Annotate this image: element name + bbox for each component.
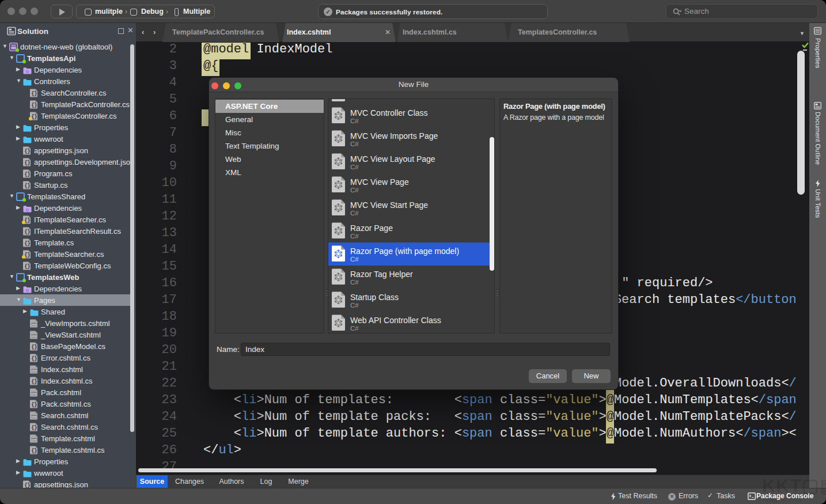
svg-text:{}: {} bbox=[31, 355, 37, 362]
svg-text:{}: {} bbox=[31, 425, 37, 431]
svg-text:css: css bbox=[32, 334, 37, 338]
svg-text:{}: {} bbox=[24, 240, 30, 247]
svg-text:{}: {} bbox=[31, 344, 37, 350]
svg-text:css: css bbox=[32, 415, 37, 418]
svg-text:{}: {} bbox=[31, 401, 37, 408]
svg-text:{}: {} bbox=[31, 90, 37, 97]
svg-text:{}: {} bbox=[24, 160, 30, 166]
svg-text:{}: {} bbox=[31, 378, 37, 385]
svg-text:css: css bbox=[32, 323, 37, 326]
svg-text:{}: {} bbox=[24, 171, 30, 177]
svg-text:css: css bbox=[32, 438, 37, 441]
svg-text:{}: {} bbox=[31, 113, 37, 120]
svg-text:{}: {} bbox=[24, 148, 30, 154]
svg-text:{}: {} bbox=[24, 183, 30, 189]
svg-text:css: css bbox=[32, 369, 37, 372]
svg-text:{}: {} bbox=[31, 448, 37, 454]
svg-text:{}: {} bbox=[24, 263, 30, 270]
svg-text:{}: {} bbox=[24, 229, 30, 235]
svg-text:css: css bbox=[32, 392, 37, 395]
svg-text:{}: {} bbox=[24, 217, 30, 223]
svg-text:{}: {} bbox=[31, 102, 37, 108]
svg-text:{}: {} bbox=[24, 252, 30, 258]
